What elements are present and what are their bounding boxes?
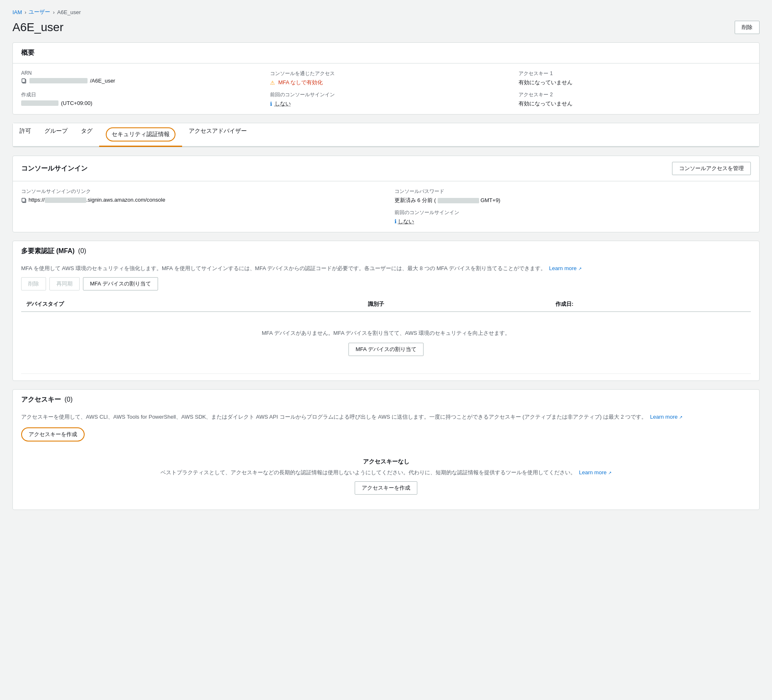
- mfa-buttons: 削除 再同期 MFA デバイスの割り当て: [21, 277, 751, 290]
- console-signin-body: コンソールサインインのリンク https://.signin.aws.amazo…: [13, 181, 759, 232]
- mfa-title: 多要素認証 (MFA) (0): [21, 247, 86, 256]
- breadcrumb-iam[interactable]: IAM: [12, 9, 22, 15]
- mfa-assign-button-2[interactable]: MFA デバイスの割り当て: [348, 343, 424, 356]
- svg-rect-3: [22, 198, 25, 202]
- summary-card: 概要 ARN /A6E_user コンソールを通じたアクセス ⚠ MFA なしで…: [12, 42, 760, 115]
- summary-created: 作成日 (UTC+09:00): [21, 91, 253, 107]
- console-signin-section: コンソールサインイン コンソールアクセスを管理 コンソールサインインのリンク h…: [12, 156, 760, 232]
- breadcrumb-users[interactable]: ユーザー: [29, 8, 50, 16]
- create-access-key-button[interactable]: アクセスキーを作成: [21, 427, 85, 441]
- tab-bar: 許可 グループ タグ セキュリティ認証情報 アクセスアドバイザー: [13, 123, 759, 147]
- col-identifier: 識別子: [363, 297, 550, 312]
- mfa-assign-button[interactable]: MFA デバイスの割り当て: [83, 277, 158, 290]
- console-link-value: https://: [29, 197, 45, 203]
- access-keys-body: アクセスキーを使用して、AWS CLI、AWS Tools for PowerS…: [13, 407, 759, 510]
- summary-console-access: コンソールを通じたアクセス ⚠ MFA なしで有効化: [270, 70, 502, 86]
- access-keys-empty-state: アクセスキーなし ベストプラクティスとして、アクセスキーなどの長期的な認証情報は…: [21, 450, 751, 503]
- mfa-count: (0): [78, 247, 86, 254]
- summary-grid: ARN /A6E_user コンソールを通じたアクセス ⚠ MFA なしで有効化…: [13, 63, 759, 114]
- access-keys-learn-more-link[interactable]: Learn more ↗: [650, 414, 682, 420]
- tab-security-label: セキュリティ認証情報: [106, 127, 175, 141]
- mfa-empty-state: MFA デバイスがありません。MFA デバイスを割り当てて、AWS 環境のセキュ…: [26, 317, 746, 368]
- arn-masked: [29, 78, 88, 83]
- console-link-suffix: .signin.aws.amazon.com/console: [86, 197, 166, 203]
- mfa-learn-more-link[interactable]: Learn more ↗: [549, 265, 582, 271]
- console-copy-icon[interactable]: [21, 198, 27, 203]
- external-link-icon-3: ↗: [608, 471, 611, 475]
- access-keys-section: アクセスキー (0) アクセスキーを使用して、AWS CLI、AWS Tools…: [12, 389, 760, 510]
- col-device-type: デバイスタイプ: [21, 297, 363, 312]
- svg-rect-1: [22, 78, 25, 82]
- mfa-body: MFA を使用して AWS 環境のセキュリティを強化します。MFA を使用してサ…: [13, 258, 759, 380]
- tab-bar-container: 許可 グループ タグ セキュリティ認証情報 アクセスアドバイザー: [12, 123, 760, 147]
- mfa-warning-link[interactable]: MFA なしで有効化: [278, 79, 323, 86]
- info-icon: ℹ: [270, 101, 272, 107]
- mfa-empty-row: MFA デバイスがありません。MFA デバイスを割り当てて、AWS 環境のセキュ…: [21, 312, 751, 374]
- copy-icon[interactable]: [21, 78, 27, 84]
- breadcrumb-current: A6E_user: [57, 9, 81, 15]
- summary-header: 概要: [13, 43, 759, 63]
- access-keys-header: アクセスキー (0): [13, 390, 759, 407]
- console-info-icon: ℹ: [395, 218, 397, 224]
- console-link-masked: [45, 198, 86, 203]
- mfa-header: 多要素認証 (MFA) (0): [13, 241, 759, 258]
- mfa-table-header-row: デバイスタイプ 識別子 作成日:: [21, 297, 751, 312]
- summary-access-key2: アクセスキー 2 有効になっていません: [519, 91, 751, 107]
- no-access-description: ベストプラクティスとして、アクセスキーなどの長期的な認証情報は使用しないようにし…: [29, 469, 743, 476]
- mfa-section: 多要素認証 (MFA) (0) MFA を使用して AWS 環境のセキュリティを…: [12, 241, 760, 381]
- tab-tags[interactable]: タグ: [74, 123, 99, 147]
- console-signin-title: コンソールサインイン: [21, 164, 88, 173]
- console-link-field: コンソールサインインのリンク https://.signin.aws.amazo…: [21, 188, 378, 225]
- access-keys-title: アクセスキー (0): [21, 395, 73, 404]
- page-header: A6E_user 削除: [12, 21, 760, 34]
- access-keys-count: (0): [64, 396, 73, 403]
- manage-console-button[interactable]: コンソールアクセスを管理: [672, 162, 751, 175]
- tab-groups[interactable]: グループ: [38, 123, 74, 147]
- summary-access-key1: アクセスキー 1 有効になっていません: [519, 70, 751, 86]
- mfa-resume-button[interactable]: 再同期: [49, 277, 80, 290]
- delete-button[interactable]: 削除: [735, 21, 760, 34]
- mfa-description: MFA を使用して AWS 環境のセキュリティを強化します。MFA を使用してサ…: [21, 265, 751, 272]
- mfa-delete-button[interactable]: 削除: [21, 277, 46, 290]
- create-access-key-button-2[interactable]: アクセスキーを作成: [355, 481, 417, 495]
- summary-last-signin: 前回のコンソールサインイン ℹ しない: [270, 91, 502, 107]
- no-access-title: アクセスキーなし: [29, 458, 743, 466]
- summary-arn: ARN /A6E_user: [21, 70, 253, 86]
- page-title: A6E_user: [12, 21, 63, 34]
- breadcrumb: IAM › ユーザー › A6E_user: [12, 8, 760, 16]
- access-keys-description: アクセスキーを使用して、AWS CLI、AWS Tools for PowerS…: [21, 413, 751, 421]
- arn-suffix: /A6E_user: [90, 78, 115, 84]
- col-created: 作成日:: [550, 297, 751, 312]
- mfa-table-container: デバイスタイプ 識別子 作成日: MFA デバイスがありません。MFA デバイス…: [21, 297, 751, 374]
- tab-advisor[interactable]: アクセスアドバイザー: [182, 123, 253, 147]
- console-signin-header: コンソールサインイン コンソールアクセスを管理: [13, 156, 759, 181]
- mfa-table: デバイスタイプ 識別子 作成日: MFA デバイスがありません。MFA デバイス…: [21, 297, 751, 374]
- no-access-learn-more-link[interactable]: Learn more ↗: [579, 469, 611, 476]
- tab-security[interactable]: セキュリティ認証情報: [99, 123, 182, 147]
- external-link-icon: ↗: [578, 266, 582, 271]
- created-masked: [21, 100, 58, 106]
- tab-permissions[interactable]: 許可: [13, 123, 38, 147]
- password-masked: [438, 198, 479, 203]
- external-link-icon-2: ↗: [679, 415, 682, 420]
- console-grid: コンソールサインインのリンク https://.signin.aws.amazo…: [21, 188, 751, 225]
- warning-icon: ⚠: [270, 80, 275, 86]
- console-password-field: コンソールパスワード 更新済み 6 分前 ( GMT+9) 前回のコンソールサイ…: [395, 188, 751, 225]
